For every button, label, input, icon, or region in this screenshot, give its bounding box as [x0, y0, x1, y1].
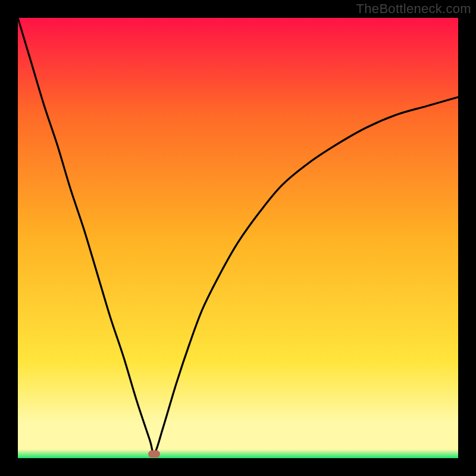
plot-area: [18, 18, 458, 458]
chart-frame: TheBottleneck.com: [0, 0, 476, 476]
bottleneck-curve: [18, 18, 458, 458]
watermark-text: TheBottleneck.com: [356, 1, 471, 17]
minimum-marker: [148, 450, 160, 458]
